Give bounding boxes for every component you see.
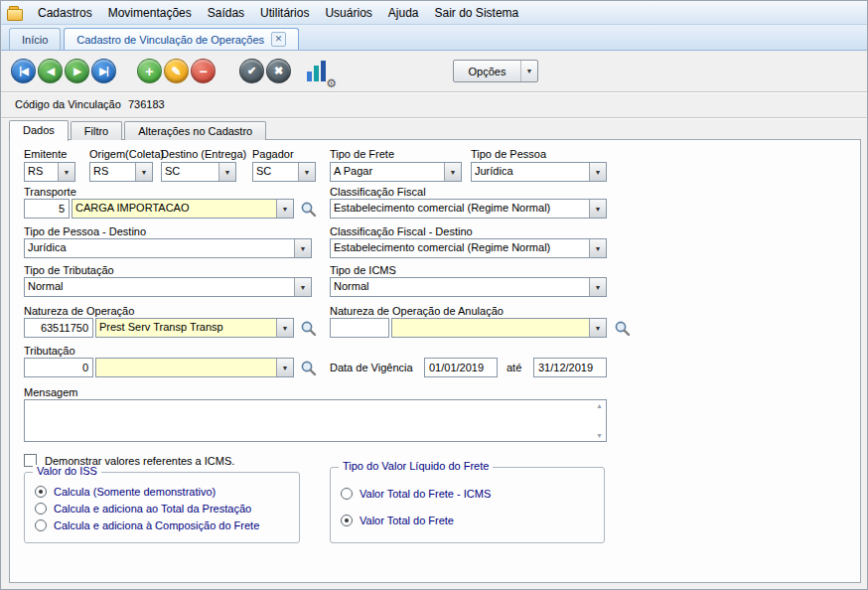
plus-icon: + xyxy=(145,64,154,78)
minus-icon: − xyxy=(199,65,207,78)
dropdown-arrow-icon[interactable]: ▼ xyxy=(135,163,152,181)
scroll-up-icon[interactable]: ▲ xyxy=(596,402,603,409)
add-record-button[interactable]: + xyxy=(137,59,162,83)
natureza-operacao-select[interactable]: Prest Serv Transp Transp ▼ xyxy=(95,318,294,338)
dropdown-arrow-icon[interactable]: ▼ xyxy=(589,319,606,337)
origem-select[interactable]: RS ▼ xyxy=(89,162,153,182)
chart-button[interactable]: ⚙ xyxy=(305,59,332,85)
menu-utilitarios[interactable]: Utilitários xyxy=(252,2,317,24)
classificacao-fiscal-select[interactable]: Estabelecimento comercial (Regime Normal… xyxy=(330,199,607,219)
previous-record-button[interactable]: ◀ xyxy=(38,59,63,83)
tab-cadastro-vinculacao[interactable]: Cadastro de Vinculação de Operações ✕ xyxy=(64,28,299,50)
pagador-select[interactable]: SC ▼ xyxy=(252,162,316,182)
dropdown-arrow-icon[interactable]: ▼ xyxy=(589,163,606,181)
radio-icon[interactable] xyxy=(35,519,47,531)
transporte-code-input[interactable]: 5 xyxy=(24,199,70,219)
tributacao-select[interactable]: ▼ xyxy=(95,358,294,377)
radio-icon[interactable] xyxy=(341,515,353,526)
classificacao-fiscal-label: Classificação Fiscal xyxy=(330,186,426,198)
search-icon[interactable] xyxy=(614,320,631,337)
dropdown-arrow-icon[interactable]: ▼ xyxy=(276,200,293,218)
radio-valor-frete-menos-icms[interactable]: Valor Total do Frete - ICMS xyxy=(341,488,491,500)
natureza-anulacao-select[interactable]: ▼ xyxy=(391,318,607,338)
dropdown-arrow-icon[interactable]: ▼ xyxy=(444,163,461,181)
cancel-button[interactable]: ✖ xyxy=(266,59,291,83)
delete-record-button[interactable]: − xyxy=(191,59,216,83)
menu-sair-do-sistema[interactable]: Sair do Sistema xyxy=(427,2,527,24)
tributacao-value xyxy=(96,359,276,376)
radio-icon[interactable] xyxy=(35,486,47,498)
pagador-value: SC xyxy=(253,163,298,181)
dropdown-arrow-icon[interactable]: ▼ xyxy=(218,163,235,181)
dropdown-arrow-icon[interactable]: ▼ xyxy=(294,278,311,296)
tab-filtro[interactable]: Filtro xyxy=(71,121,122,140)
destino-value: SC xyxy=(162,163,218,181)
radio-valor-total-frete[interactable]: Valor Total do Frete xyxy=(341,515,454,526)
classificacao-fiscal-value: Estabelecimento comercial (Regime Normal… xyxy=(331,200,589,218)
search-icon[interactable] xyxy=(300,360,317,376)
search-icon[interactable] xyxy=(300,201,317,218)
confirm-button[interactable]: ✔ xyxy=(239,59,264,83)
radio-calcula-composicao-frete[interactable]: Calcula e adiciona à Composição do Frete xyxy=(35,519,259,531)
radio-label: Calcula e adiciona ao Total da Prestação xyxy=(54,503,251,515)
vigencia-start-input[interactable]: 01/01/2019 xyxy=(424,358,498,377)
x-icon: ✖ xyxy=(274,66,283,76)
radio-calcula-total-prestacao[interactable]: Calcula e adiciona ao Total da Prestação xyxy=(35,503,251,515)
next-record-icon: ▶ xyxy=(73,67,80,76)
tipo-valor-liquido-group: Tipo do Valor Líquido do Frete Valor Tot… xyxy=(330,467,605,543)
menu-saidas[interactable]: Saídas xyxy=(200,2,252,24)
edit-record-button[interactable]: ✎ xyxy=(164,59,189,83)
search-icon[interactable] xyxy=(300,320,317,337)
dropdown-arrow-icon[interactable]: ▼ xyxy=(294,239,311,257)
tab-dados[interactable]: Dados xyxy=(9,120,69,141)
close-icon[interactable]: ✕ xyxy=(271,32,286,47)
options-button-label: Opções xyxy=(454,66,520,77)
tipo-tributacao-label: Tipo de Tributação xyxy=(24,264,114,276)
options-button[interactable]: Opções ▼ xyxy=(453,60,538,82)
next-record-button[interactable]: ▶ xyxy=(65,59,89,83)
dropdown-arrow-icon[interactable]: ▼ xyxy=(298,163,315,181)
app-window: Cadastros Movimentações Saídas Utilitári… xyxy=(0,0,868,590)
tab-alteracoes[interactable]: Alterações no Cadastro xyxy=(124,121,266,140)
dropdown-arrow-icon[interactable]: ▼ xyxy=(589,239,606,257)
vigencia-end-input[interactable]: 31/12/2019 xyxy=(533,358,607,377)
dropdown-arrow-icon[interactable]: ▼ xyxy=(276,319,293,337)
classificacao-fiscal-destino-select[interactable]: Estabelecimento comercial (Regime Normal… xyxy=(330,238,607,258)
natureza-operacao-code-input[interactable]: 63511750 xyxy=(24,318,93,338)
last-record-button[interactable]: ▶| xyxy=(91,59,116,83)
page-tabs: Dados Filtro Alterações no Cadastro xyxy=(9,119,268,140)
scroll-down-icon[interactable]: ▼ xyxy=(596,432,603,439)
gear-icon: ⚙ xyxy=(326,76,337,90)
mensagem-textarea[interactable]: ▲ ▼ xyxy=(24,399,607,442)
natureza-operacao-label: Natureza de Operação xyxy=(24,305,134,317)
radio-icon[interactable] xyxy=(341,488,353,500)
dropdown-arrow-icon[interactable]: ▼ xyxy=(276,359,293,376)
menu-cadastros[interactable]: Cadastros xyxy=(30,2,100,24)
tab-inicio[interactable]: Início xyxy=(9,28,61,50)
natureza-anulacao-code-input[interactable] xyxy=(330,318,389,338)
dropdown-arrow-icon[interactable]: ▼ xyxy=(589,200,606,218)
valor-iss-title: Valor do ISS xyxy=(33,465,101,477)
radio-calcula-demonstrativo[interactable]: Calcula (Somente demonstrativo) xyxy=(35,486,216,498)
menu-movimentacoes[interactable]: Movimentações xyxy=(100,2,200,24)
menu-ajuda[interactable]: Ajuda xyxy=(380,2,427,24)
tipo-pessoa-destino-select[interactable]: Jurídica ▼ xyxy=(24,238,312,258)
first-record-button[interactable]: |◀ xyxy=(11,59,36,83)
dropdown-arrow-icon[interactable]: ▼ xyxy=(589,278,606,296)
destino-select[interactable]: SC ▼ xyxy=(161,162,236,182)
previous-record-icon: ◀ xyxy=(47,67,54,76)
emitente-select[interactable]: RS ▼ xyxy=(24,162,75,182)
chevron-down-icon[interactable]: ▼ xyxy=(520,61,537,81)
transporte-select[interactable]: CARGA IMPORTACAO ▼ xyxy=(72,199,294,219)
menu-usuarios[interactable]: Usuários xyxy=(317,2,379,24)
natureza-anulacao-label: Natureza de Operação de Anulação xyxy=(330,305,504,317)
radio-icon[interactable] xyxy=(35,503,47,515)
natureza-anulacao-value xyxy=(392,319,589,337)
tipo-frete-select[interactable]: A Pagar ▼ xyxy=(330,162,462,182)
tipo-icms-select[interactable]: Normal ▼ xyxy=(330,277,607,297)
classificacao-fiscal-destino-label: Classificação Fiscal - Destino xyxy=(330,225,473,237)
tributacao-code-input[interactable]: 0 xyxy=(24,358,93,377)
tipo-tributacao-select[interactable]: Normal ▼ xyxy=(24,277,312,297)
dropdown-arrow-icon[interactable]: ▼ xyxy=(58,163,74,181)
tipo-pessoa-select[interactable]: Jurídica ▼ xyxy=(471,162,607,182)
